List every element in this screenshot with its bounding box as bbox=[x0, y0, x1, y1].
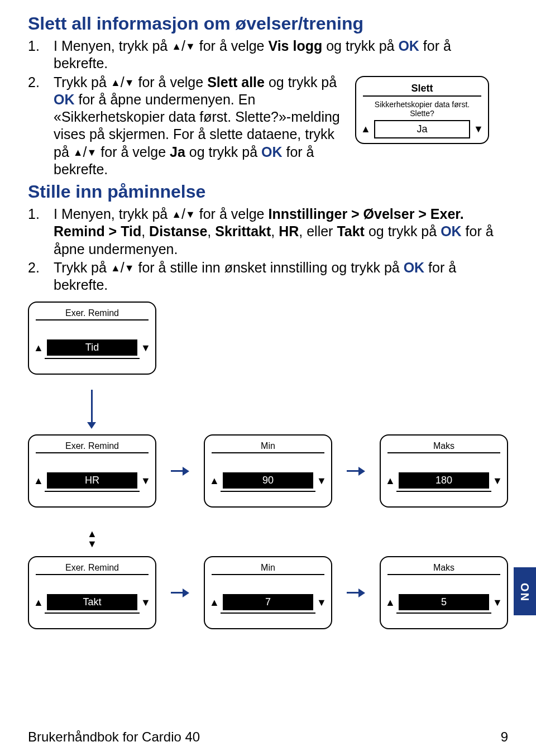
triangle-down-icon[interactable]: ▼ bbox=[141, 343, 151, 353]
device-selected-value[interactable]: 90 bbox=[223, 472, 313, 489]
txt: for å velge bbox=[195, 38, 269, 54]
triangle-up-icon[interactable]: ▲ bbox=[34, 343, 44, 353]
txt: for å velge bbox=[195, 206, 269, 222]
txt: I Menyen, trykk på bbox=[54, 206, 171, 222]
arrow-right-icon bbox=[347, 466, 365, 477]
triangle-up-icon[interactable]: ▲ bbox=[34, 476, 44, 486]
triangle-up-icon bbox=[73, 146, 83, 159]
device-title: Maks bbox=[387, 441, 500, 453]
device-blank-row bbox=[45, 358, 140, 369]
ok-label: OK bbox=[398, 38, 419, 54]
device-blank bbox=[385, 456, 502, 471]
txt: for å velge bbox=[97, 144, 170, 160]
page-footer: Brukerhåndbok for Cardio 40 9 bbox=[28, 729, 508, 745]
triangle-down-icon[interactable]: ▼ bbox=[492, 597, 502, 607]
ok-label: OK bbox=[441, 223, 462, 239]
emphasis: Distanse bbox=[149, 223, 207, 239]
device-blank bbox=[209, 577, 327, 593]
arrow-right-icon bbox=[171, 466, 189, 477]
emphasis: Slett alle bbox=[207, 74, 265, 90]
step-number: 2. bbox=[28, 259, 42, 276]
section2-step1: 1. I Menyen, trykk på / for å velge Inns… bbox=[28, 205, 508, 258]
device-blank bbox=[34, 577, 151, 593]
side-tab-label: NO bbox=[519, 582, 532, 601]
footer-page-number: 9 bbox=[501, 729, 508, 745]
step-text: Trykk på / for å stille inn ønsket innst… bbox=[54, 259, 508, 294]
triangle-down-icon bbox=[87, 146, 97, 159]
triangle-down-icon bbox=[185, 208, 195, 221]
device-selected-value[interactable]: 7 bbox=[223, 594, 313, 610]
device-screen-hr: Exer. Remind ▲ HR ▼ bbox=[28, 434, 156, 508]
heading-set-reminder: Stille inn påminnelse bbox=[28, 181, 508, 202]
triangle-down-icon[interactable]: ▼ bbox=[141, 597, 151, 607]
txt: og trykk på bbox=[322, 38, 398, 54]
txt: og trykk på bbox=[265, 74, 337, 90]
triangle-up-icon[interactable]: ▲ bbox=[361, 124, 371, 134]
triangle-down-icon bbox=[185, 40, 195, 53]
section2-step2: 2. Trykk på / for å stille inn ønsket in… bbox=[28, 259, 508, 294]
triangle-up-icon bbox=[171, 40, 181, 53]
device-selected-value[interactable]: HR bbox=[47, 472, 137, 489]
device-title: Exer. Remind bbox=[36, 441, 149, 453]
device-screen-min-90: Min ▲ 90 ▼ bbox=[204, 434, 332, 508]
device-blank-row bbox=[221, 491, 315, 502]
txt: og trykk på bbox=[185, 144, 261, 160]
device-title: Min bbox=[212, 563, 324, 575]
device-selected-value[interactable]: 5 bbox=[399, 594, 489, 610]
triangle-up-icon: ▲ bbox=[87, 529, 97, 539]
device-screen-takt: Exer. Remind ▲ Takt ▼ bbox=[28, 556, 156, 629]
triangle-up-icon bbox=[111, 262, 121, 275]
triangle-down-icon: ▼ bbox=[87, 539, 97, 549]
triangle-up-icon[interactable]: ▲ bbox=[209, 476, 219, 486]
step-number: 2. bbox=[28, 74, 42, 91]
device-blank bbox=[34, 323, 151, 338]
device-title: Maks bbox=[387, 563, 500, 575]
triangle-up-icon[interactable]: ▲ bbox=[385, 597, 395, 607]
triangle-up-icon bbox=[171, 208, 181, 221]
heading-delete-all: Slett all informasjon om øvelser/trening bbox=[28, 13, 508, 34]
device-blank-row bbox=[396, 613, 491, 624]
txt: I Menyen, trykk på bbox=[54, 38, 171, 54]
triangle-down-icon[interactable]: ▼ bbox=[141, 476, 151, 486]
txt: for å velge bbox=[134, 74, 207, 90]
step-number: 1. bbox=[28, 37, 42, 55]
step-text: I Menyen, trykk på / for å velge Innstil… bbox=[54, 205, 508, 258]
txt: , bbox=[141, 223, 149, 239]
section1-step1: 1. I Menyen, trykk på / for å velge Vis … bbox=[28, 37, 508, 73]
ok-label: OK bbox=[54, 92, 75, 107]
arrow-right-icon bbox=[347, 587, 365, 599]
device-screen-min-7: Min ▲ 7 ▼ bbox=[204, 556, 332, 629]
up-down-indicator: ▲ ▼ bbox=[87, 525, 97, 553]
device-selected-value[interactable]: Takt bbox=[47, 594, 137, 610]
triangle-down-icon bbox=[125, 262, 135, 275]
triangle-up-icon[interactable]: ▲ bbox=[209, 597, 219, 607]
triangle-down-icon[interactable]: ▼ bbox=[473, 124, 484, 134]
device-selected-value[interactable]: Ja bbox=[374, 120, 470, 138]
device-selected-value[interactable]: 180 bbox=[399, 472, 489, 489]
triangle-up-icon[interactable]: ▲ bbox=[34, 597, 44, 607]
triangle-down-icon[interactable]: ▼ bbox=[317, 476, 327, 486]
txt: Trykk på bbox=[54, 260, 111, 275]
emphasis: Ja bbox=[170, 144, 185, 160]
step-text: I Menyen, trykk på / for å velge Vis log… bbox=[54, 37, 508, 73]
footer-doc-title: Brukerhåndbok for Cardio 40 bbox=[28, 729, 200, 745]
device-blank bbox=[385, 577, 502, 593]
txt: , eller bbox=[299, 223, 337, 239]
txt: , bbox=[271, 223, 279, 239]
emphasis: Takt bbox=[337, 223, 365, 239]
txt: for å stille inn ønsket innstilling og t… bbox=[134, 260, 403, 275]
device-title: Min bbox=[212, 441, 324, 453]
device-title: Exer. Remind bbox=[36, 308, 149, 320]
triangle-down-icon[interactable]: ▼ bbox=[317, 597, 327, 607]
triangle-down-icon[interactable]: ▼ bbox=[492, 476, 502, 486]
triangle-up-icon bbox=[111, 76, 121, 89]
device-blank-row bbox=[45, 491, 140, 502]
device-screen-maks-180: Maks ▲ 180 ▼ bbox=[380, 434, 508, 508]
device-title: Exer. Remind bbox=[36, 563, 149, 575]
device-title: Slett bbox=[363, 83, 481, 97]
triangle-up-icon[interactable]: ▲ bbox=[385, 476, 395, 486]
txt: , bbox=[207, 223, 215, 239]
device-blank bbox=[209, 456, 327, 471]
device-selected-value[interactable]: Tid bbox=[47, 339, 137, 356]
emphasis: HR bbox=[279, 223, 299, 239]
